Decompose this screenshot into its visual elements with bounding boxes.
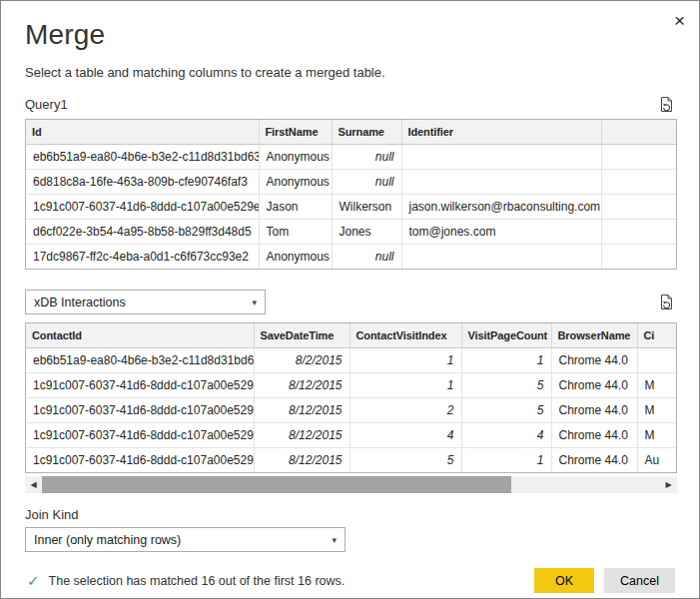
cell-contactid[interactable]: eb6b51a9-ea80-4b6e-b3e2-c11d8d31bd63 — [26, 347, 254, 372]
cell-browsername[interactable]: Chrome 44.0 — [551, 347, 637, 372]
query1-header-row: Query1 — [25, 95, 675, 113]
cell-identifier[interactable]: tom@jones.com — [401, 219, 601, 244]
column-header-savedatetime[interactable]: SaveDateTime — [254, 323, 350, 347]
cell-surname[interactable]: Jones — [332, 219, 401, 244]
cell-city[interactable]: M — [637, 372, 677, 397]
query2-table: ContactId SaveDateTime ContactVisitIndex… — [25, 322, 677, 473]
query1-table: Id FirstName Surname Identifier eb6b51a9… — [25, 119, 677, 270]
join-kind-value: Inner (only matching rows) — [34, 533, 181, 547]
column-header-surname[interactable]: Surname — [332, 120, 401, 144]
cell-id[interactable]: d6cf022e-3b54-4a95-8b58-b829ff3d48d5 — [26, 219, 259, 244]
cell-savedatetime[interactable]: 8/12/2015 — [254, 372, 350, 397]
column-header-identifier[interactable]: Identifier — [401, 120, 601, 144]
column-header-id[interactable]: Id — [26, 120, 259, 144]
column-header-firstname[interactable]: FirstName — [259, 120, 332, 144]
cell-browsername[interactable]: Chrome 44.0 — [551, 447, 637, 472]
table-row[interactable]: eb6b51a9-ea80-4b6e-b3e2-c11d8d31bd63 8/2… — [26, 347, 677, 372]
cell-surname[interactable]: null — [332, 144, 401, 169]
cell-contactvisitindex[interactable]: 5 — [350, 447, 461, 472]
scrollbar-track[interactable] — [42, 476, 660, 493]
cell-savedatetime[interactable]: 8/2/2015 — [254, 347, 350, 372]
table-row[interactable]: eb6b51a9-ea80-4b6e-b3e2-c11d8d31bd63 Ano… — [26, 144, 676, 169]
table-row[interactable]: 1c91c007-6037-41d6-8ddd-c107a00e529e 8/1… — [26, 397, 677, 422]
cancel-button[interactable]: Cancel — [604, 568, 675, 593]
cell-city[interactable] — [637, 347, 677, 372]
refresh-preview-icon[interactable] — [657, 294, 675, 311]
query1-label: Query1 — [25, 97, 68, 112]
refresh-page-glyph — [658, 96, 675, 113]
cell-identifier[interactable] — [401, 144, 601, 169]
cell-identifier[interactable] — [401, 244, 601, 269]
cell-firstname[interactable]: Anonymous — [259, 244, 332, 269]
scroll-left-icon[interactable]: ◀ — [25, 476, 42, 493]
table-row[interactable]: 1c91c007-6037-41d6-8ddd-c107a00e529e 8/1… — [26, 422, 677, 447]
cell-firstname[interactable]: Jason — [259, 194, 332, 219]
cell-savedatetime[interactable]: 8/12/2015 — [254, 397, 350, 422]
cell-browsername[interactable]: Chrome 44.0 — [551, 397, 637, 422]
chevron-down-icon: ▾ — [252, 298, 257, 307]
cell-contactid[interactable]: 1c91c007-6037-41d6-8ddd-c107a00e529e — [26, 422, 254, 447]
dialog-title: Merge — [25, 19, 675, 51]
column-header-filler — [601, 120, 676, 144]
cell-contactvisitindex[interactable]: 2 — [350, 397, 461, 422]
cell-id[interactable]: 1c91c007-6037-41d6-8ddd-c107a00e529e — [26, 194, 259, 219]
query1-header: Id FirstName Surname Identifier — [26, 120, 676, 144]
cell-identifier[interactable]: jason.wilkerson@rbaconsulting.com — [401, 194, 601, 219]
cell-visitpagecount[interactable]: 5 — [461, 397, 551, 422]
table-select-value: xDB Interactions — [34, 296, 126, 309]
table-select-dropdown[interactable]: xDB Interactions ▾ — [25, 290, 266, 314]
ok-button[interactable]: OK — [534, 568, 594, 593]
column-header-contactid[interactable]: ContactId — [26, 323, 254, 347]
cell-identifier[interactable] — [401, 169, 601, 194]
cell-savedatetime[interactable]: 8/12/2015 — [254, 447, 350, 472]
cell-contactvisitindex[interactable]: 1 — [350, 347, 461, 372]
column-header-visitpagecount[interactable]: VisitPageCount — [461, 323, 551, 347]
cell-id[interactable]: 17dc9867-ff2c-4eba-a0d1-c6f673cc93e2 — [26, 244, 259, 269]
cell-contactvisitindex[interactable]: 4 — [350, 422, 461, 447]
table-row[interactable]: 1c91c007-6037-41d6-8ddd-c107a00e529e 8/1… — [26, 447, 677, 472]
table-row[interactable]: 6d818c8a-16fe-463a-809b-cfe90746faf3 Ano… — [26, 169, 676, 194]
cell-visitpagecount[interactable]: 4 — [461, 422, 551, 447]
table-row[interactable]: 17dc9867-ff2c-4eba-a0d1-c6f673cc93e2 Ano… — [26, 244, 676, 269]
horizontal-scrollbar[interactable]: ◀ ▶ — [25, 476, 677, 493]
dialog-subtitle: Select a table and matching columns to c… — [25, 65, 675, 80]
cell-firstname[interactable]: Tom — [259, 219, 332, 244]
cell-visitpagecount[interactable]: 5 — [461, 372, 551, 397]
scroll-right-icon[interactable]: ▶ — [660, 476, 677, 493]
cell-visitpagecount[interactable]: 1 — [461, 347, 551, 372]
table-row[interactable]: 1c91c007-6037-41d6-8ddd-c107a00e529e Jas… — [26, 194, 676, 219]
cell-visitpagecount[interactable]: 1 — [461, 447, 551, 472]
cell-surname[interactable]: null — [332, 244, 401, 269]
cell-city[interactable]: Au — [637, 447, 677, 472]
cell-city[interactable]: M — [637, 422, 677, 447]
merge-dialog: × Merge Select a table and matching colu… — [0, 0, 700, 599]
join-kind-dropdown[interactable]: Inner (only matching rows) ▾ — [25, 527, 346, 552]
chevron-down-icon: ▾ — [332, 535, 337, 545]
column-header-contactvisitindex[interactable]: ContactVisitIndex — [350, 323, 461, 347]
table-row[interactable]: 1c91c007-6037-41d6-8ddd-c107a00e529e 8/1… — [26, 372, 677, 397]
cell-browsername[interactable]: Chrome 44.0 — [551, 372, 637, 397]
cell-firstname[interactable]: Anonymous — [259, 169, 332, 194]
cell-surname[interactable]: Wilkerson — [332, 194, 401, 219]
cell-contactvisitindex[interactable]: 1 — [350, 372, 461, 397]
cell-id[interactable]: 6d818c8a-16fe-463a-809b-cfe90746faf3 — [26, 169, 259, 194]
refresh-preview-icon[interactable] — [657, 95, 675, 113]
cell-city[interactable]: M — [637, 397, 677, 422]
column-header-browsername[interactable]: BrowserName — [551, 323, 637, 347]
cell-surname[interactable]: null — [332, 169, 401, 194]
scrollbar-thumb[interactable] — [42, 476, 511, 493]
cell-filler — [601, 244, 676, 269]
status-message: The selection has matched 16 out of the … — [49, 574, 346, 588]
cell-contactid[interactable]: 1c91c007-6037-41d6-8ddd-c107a00e529e — [26, 447, 254, 472]
cell-browsername[interactable]: Chrome 44.0 — [551, 422, 637, 447]
cell-contactid[interactable]: 1c91c007-6037-41d6-8ddd-c107a00e529e — [26, 372, 254, 397]
table-row[interactable]: d6cf022e-3b54-4a95-8b58-b829ff3d48d5 Tom… — [26, 219, 676, 244]
cell-firstname[interactable]: Anonymous — [259, 144, 332, 169]
cell-contactid[interactable]: 1c91c007-6037-41d6-8ddd-c107a00e529e — [26, 397, 254, 422]
column-header-city[interactable]: Ci — [637, 323, 677, 347]
close-icon[interactable]: × — [670, 7, 689, 34]
cell-filler — [601, 194, 676, 219]
cell-savedatetime[interactable]: 8/12/2015 — [254, 422, 350, 447]
dialog-footer: ✓ The selection has matched 16 out of th… — [25, 568, 675, 593]
cell-id[interactable]: eb6b51a9-ea80-4b6e-b3e2-c11d8d31bd63 — [26, 144, 259, 169]
